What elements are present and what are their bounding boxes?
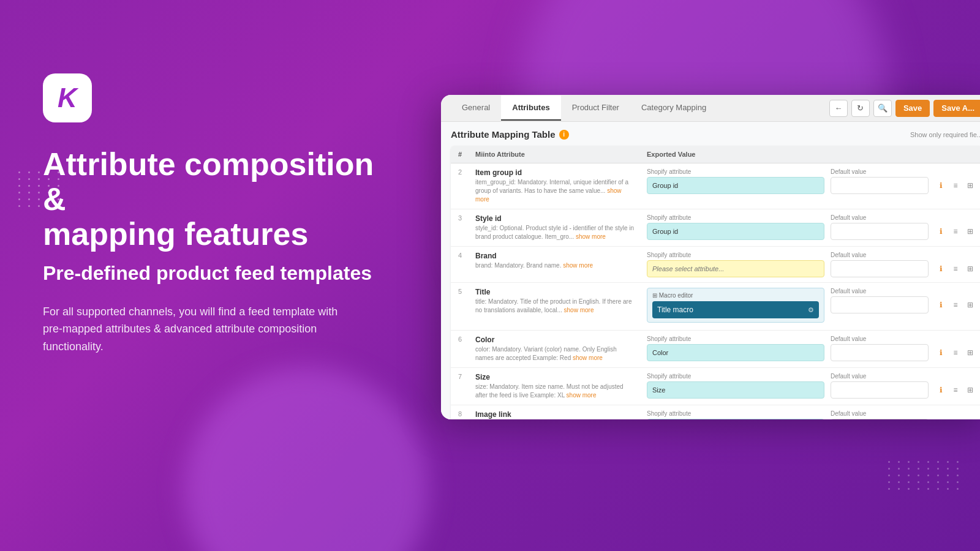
- list-action[interactable]: ≡: [949, 384, 962, 396]
- row-number: 5: [451, 283, 469, 331]
- exported-pair: Shopify attribute Default value ℹ ≡ ⊞: [647, 252, 976, 277]
- shopify-attribute-input[interactable]: [647, 419, 824, 419]
- table-row: 8 Image link image_link: Mandatory. Link…: [451, 405, 980, 420]
- row-number: 6: [451, 331, 469, 368]
- exported-value-cell: Shopify attribute Default value ℹ ≡ ⊞: [641, 331, 980, 368]
- show-more-link[interactable]: show more: [573, 354, 603, 361]
- default-value-input[interactable]: [831, 223, 929, 240]
- list-action[interactable]: ≡: [949, 263, 962, 275]
- shopify-attribute-input[interactable]: [647, 344, 824, 361]
- shopify-attribute-input[interactable]: [647, 381, 824, 399]
- default-value-input[interactable]: [831, 419, 929, 419]
- attr-desc: style_id: Optional. Product style id - i…: [475, 224, 635, 241]
- attr-name: Image link: [475, 410, 635, 419]
- table-row: 2 Item group id item_group_id: Mandatory…: [451, 163, 980, 209]
- default-label: Default value: [831, 335, 929, 342]
- exported-pair: Shopify attribute Default value ℹ ≡ ⊞: [647, 373, 976, 399]
- default-value-input[interactable]: [831, 344, 929, 361]
- default-value-input[interactable]: [831, 260, 929, 277]
- default-value-input[interactable]: [831, 381, 929, 399]
- grid-action[interactable]: ⊞: [964, 384, 976, 396]
- shopify-field-group: Shopify attribute: [647, 252, 824, 277]
- tab-product-filter[interactable]: Product Filter: [561, 96, 630, 121]
- shopify-field-group: Shopify attribute: [647, 168, 824, 194]
- tab-actions: ← ↻ 🔍 Save Save A...: [829, 100, 980, 117]
- logo-letter: K: [58, 83, 77, 113]
- default-label: Default value: [831, 214, 929, 221]
- default-label: Default value: [831, 410, 929, 417]
- search-button[interactable]: 🔍: [873, 100, 892, 117]
- attribute-cell: Color color: Mandatory. Variant (color) …: [469, 331, 641, 368]
- col-num: #: [451, 146, 469, 163]
- headline: Attribute composition & mapping features: [43, 147, 386, 252]
- save-all-button[interactable]: Save A...: [933, 100, 980, 117]
- show-required[interactable]: Show only required fie...: [910, 131, 980, 138]
- default-value-group: Default value: [831, 288, 929, 313]
- attr-name: Style id: [475, 214, 635, 223]
- attr-name: Color: [475, 335, 635, 344]
- tab-general[interactable]: General: [451, 96, 501, 121]
- attr-name: Title: [475, 288, 635, 296]
- refresh-button[interactable]: ↻: [851, 100, 870, 117]
- show-more-link[interactable]: show more: [564, 307, 594, 313]
- exported-value-cell: ⊞ Macro editor Title macro ⚙ Default val…: [641, 283, 980, 331]
- show-more-link[interactable]: show more: [475, 187, 621, 203]
- tab-category-mapping[interactable]: Category Mapping: [630, 96, 717, 121]
- attr-desc: color: Mandatory. Variant (color) name. …: [475, 345, 635, 362]
- save-button[interactable]: Save: [895, 100, 930, 117]
- grid-action[interactable]: ⊞: [964, 179, 976, 192]
- list-action[interactable]: ≡: [949, 347, 962, 359]
- info-action[interactable]: ℹ: [935, 179, 947, 192]
- row-number: 3: [451, 209, 469, 247]
- info-action[interactable]: ℹ: [935, 384, 947, 396]
- attribute-cell: Size size: Mandatory. Item size name. Mu…: [469, 368, 641, 405]
- list-action[interactable]: ≡: [949, 299, 962, 311]
- default-label: Default value: [831, 252, 929, 258]
- grid-action[interactable]: ⊞: [964, 347, 976, 359]
- list-action[interactable]: ≡: [949, 225, 962, 238]
- description: For all supported channels, you will fin…: [43, 303, 349, 356]
- default-value-group: Default value: [831, 252, 929, 277]
- col-attribute: Miinto Attribute: [469, 146, 641, 163]
- attribute-table: # Miinto Attribute Exported Value 2 Item…: [451, 146, 980, 419]
- default-label: Default value: [831, 168, 929, 175]
- back-button[interactable]: ←: [829, 100, 848, 117]
- macro-editor: ⊞ Macro editor Title macro ⚙: [647, 288, 824, 323]
- default-value-input[interactable]: [831, 177, 929, 194]
- show-more-link[interactable]: show more: [563, 262, 593, 269]
- tab-attributes[interactable]: Attributes: [501, 96, 560, 121]
- grid-action[interactable]: ⊞: [964, 299, 976, 311]
- shopify-field-group: Shopify attribute: [647, 373, 824, 399]
- show-more-link[interactable]: show more: [576, 233, 606, 240]
- grid-action[interactable]: ⊞: [964, 263, 976, 275]
- exported-pair: Shopify attribute Default value ℹ ≡ ⊞: [647, 168, 976, 194]
- attr-desc: item_group_id: Mandatory. Internal, uniq…: [475, 178, 635, 204]
- table-row: 6 Color color: Mandatory. Variant (color…: [451, 331, 980, 368]
- info-action[interactable]: ℹ: [935, 263, 947, 275]
- shopify-label: Shopify attribute: [647, 214, 824, 221]
- info-action[interactable]: ℹ: [935, 225, 947, 238]
- attribute-cell: Style id style_id: Optional. Product sty…: [469, 209, 641, 247]
- info-action[interactable]: ℹ: [935, 299, 947, 311]
- row-number: 7: [451, 368, 469, 405]
- default-value-group: Default value: [831, 373, 929, 399]
- macro-icon: ⚙: [808, 306, 814, 314]
- exported-value-cell: Shopify attribute Default value ℹ ≡ ⊞: [641, 368, 980, 405]
- default-value-group: Default value: [831, 335, 929, 361]
- dot-pattern-right: [888, 461, 962, 490]
- exported-pair: Shopify attribute Default value ℹ ≡ ⊞: [647, 214, 976, 240]
- shopify-attribute-input[interactable]: [647, 177, 824, 194]
- row-actions: ℹ ≡ ⊞: [935, 288, 976, 311]
- info-action[interactable]: ℹ: [935, 347, 947, 359]
- row-actions: ℹ ≡ ⊞: [935, 373, 976, 396]
- attr-name: Item group id: [475, 168, 635, 177]
- shopify-attribute-input[interactable]: [647, 260, 824, 277]
- shopify-attribute-input[interactable]: [647, 223, 824, 240]
- default-value-group: Default value: [831, 168, 929, 194]
- default-value-input[interactable]: [831, 296, 929, 313]
- attribute-cell: Brand brand: Mandatory. Brand name. show…: [469, 247, 641, 283]
- show-more-link[interactable]: show more: [567, 392, 597, 399]
- attr-desc: size: Mandatory. Item size name. Must no…: [475, 383, 635, 400]
- list-action[interactable]: ≡: [949, 179, 962, 192]
- grid-action[interactable]: ⊞: [964, 225, 976, 238]
